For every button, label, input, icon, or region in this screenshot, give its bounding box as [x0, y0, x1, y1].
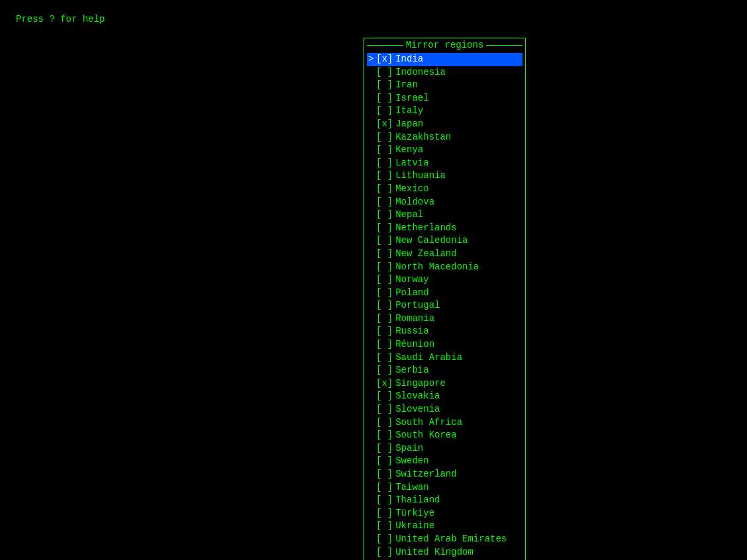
list-item[interactable]: [ ]Thailand [367, 494, 523, 507]
item-label: Kenya [395, 144, 423, 157]
checkbox: [x] [376, 53, 393, 66]
list-item[interactable]: [ ]Slovenia [367, 403, 523, 416]
list-item[interactable]: [x]Japan [367, 118, 523, 131]
checkbox: [ ] [376, 169, 393, 183]
checkbox: [ ] [376, 196, 393, 209]
item-label: North Macedonia [395, 261, 479, 274]
checkbox: [ ] [376, 520, 393, 533]
checkbox: [ ] [376, 131, 393, 144]
checkbox: [ ] [376, 144, 393, 157]
item-label: Thailand [395, 494, 440, 507]
list-item[interactable]: [ ]Poland [367, 287, 523, 300]
checkbox: [ ] [376, 325, 393, 338]
item-label: New Zealand [395, 248, 456, 261]
list-item[interactable]: [ ]Taiwan [367, 481, 523, 494]
list-item[interactable]: [ ]Latvia [367, 157, 523, 170]
checkbox: [ ] [376, 494, 393, 507]
list-item[interactable]: [ ]Serbia [367, 364, 523, 377]
checkbox: [ ] [376, 351, 393, 365]
item-label: Japan [395, 118, 423, 131]
checkbox: [ ] [376, 209, 393, 222]
item-label: Italy [395, 105, 423, 118]
list-item[interactable]: [ ]Iran [367, 79, 523, 92]
list-item[interactable]: >[x]India [367, 53, 523, 66]
item-label: Serbia [395, 364, 428, 377]
checkbox: [ ] [376, 66, 393, 79]
item-label: Türkiye [395, 507, 434, 520]
item-label: Russia [395, 325, 428, 338]
item-label: Ukraine [395, 520, 434, 533]
list-item[interactable]: [ ]Ukraine [367, 520, 523, 533]
list-item[interactable]: [ ]Slovakia [367, 390, 523, 403]
list-item[interactable]: [ ]North Macedonia [367, 261, 523, 274]
item-label: Norway [395, 273, 428, 287]
checkbox: [ ] [376, 261, 393, 274]
item-label: Moldova [395, 196, 434, 209]
list-item[interactable]: [ ]United Arab Emirates [367, 533, 523, 546]
mirror-regions-dialog: Mirror regions >[x]India [ ]Indonesia [ … [364, 38, 526, 560]
checkbox: [ ] [376, 287, 393, 300]
item-label: Kazakhstan [395, 131, 451, 144]
list-item[interactable]: [ ]Romania [367, 312, 523, 326]
item-label: Netherlands [395, 222, 456, 235]
list-item[interactable]: [ ]Netherlands [367, 222, 523, 235]
list-item[interactable]: [ ]Kazakhstan [367, 131, 523, 144]
list-item[interactable]: [ ]New Caledonia [367, 234, 523, 248]
item-label: Singapore [395, 377, 446, 391]
item-label: Indonesia [395, 66, 446, 79]
list-item[interactable]: [ ]Mexico [367, 183, 523, 196]
checkbox: [ ] [376, 507, 393, 520]
checkbox: [ ] [376, 183, 393, 196]
item-label: Slovakia [395, 390, 440, 403]
list-item[interactable]: [ ]Nepal [367, 209, 523, 222]
help-text: Press ? for help [16, 14, 105, 24]
list-item[interactable]: [ ]Norway [367, 273, 523, 287]
list-item[interactable]: [ ]Réunion [367, 338, 523, 351]
checkbox: [ ] [376, 248, 393, 261]
checkbox: [ ] [376, 455, 393, 468]
list-item[interactable]: [ ]Italy [367, 105, 523, 118]
list-item[interactable]: [ ]Lithuania [367, 169, 523, 183]
item-label: Poland [395, 287, 428, 300]
checkbox: [ ] [376, 546, 393, 559]
list-item[interactable]: [ ]South Africa [367, 416, 523, 430]
list-item[interactable]: [ ]Russia [367, 325, 523, 338]
list-item[interactable]: [ ]Moldova [367, 196, 523, 209]
checkbox: [ ] [376, 79, 393, 92]
list-item[interactable]: [ ]New Zealand [367, 248, 523, 261]
item-label: Latvia [395, 157, 428, 170]
item-label: United Kingdom [395, 546, 473, 559]
item-label: Lithuania [395, 169, 446, 183]
checkbox: [ ] [376, 481, 393, 494]
checkbox: [ ] [376, 338, 393, 351]
item-label: Sweden [395, 455, 428, 468]
item-label: Romania [395, 312, 434, 326]
checkbox: [ ] [376, 390, 393, 403]
list-item[interactable]: [x]Singapore [367, 377, 523, 391]
item-label: Réunion [395, 338, 434, 351]
dialog-title-bar: Mirror regions [364, 38, 525, 52]
list-item[interactable]: [ ]United Kingdom [367, 546, 523, 559]
list-item[interactable]: [ ]Saudi Arabia [367, 351, 523, 365]
checkbox: [ ] [376, 429, 393, 442]
item-label: Slovenia [395, 403, 440, 416]
list-item[interactable]: [ ]South Korea [367, 429, 523, 442]
list-item[interactable]: [ ]Israel [367, 92, 523, 105]
checkbox: [ ] [376, 273, 393, 287]
item-label: Israel [395, 92, 428, 105]
list-item[interactable]: [ ]Sweden [367, 455, 523, 468]
list-item[interactable]: [ ]Türkiye [367, 507, 523, 520]
item-label: Portugal [395, 299, 440, 312]
checkbox: [ ] [376, 222, 393, 235]
list-item[interactable]: [ ]Indonesia [367, 66, 523, 79]
item-label: Mexico [395, 183, 428, 196]
item-label: Taiwan [395, 481, 428, 494]
list-item[interactable]: [ ]Kenya [367, 144, 523, 157]
list-item[interactable]: [ ]Spain [367, 442, 523, 455]
checkbox: [x] [376, 377, 393, 391]
item-label: United Arab Emirates [395, 533, 507, 546]
checkbox: [ ] [376, 299, 393, 312]
list-item[interactable]: [ ]Switzerland [367, 468, 523, 481]
list-item[interactable]: [ ]Portugal [367, 299, 523, 312]
item-label: South Korea [395, 429, 456, 442]
